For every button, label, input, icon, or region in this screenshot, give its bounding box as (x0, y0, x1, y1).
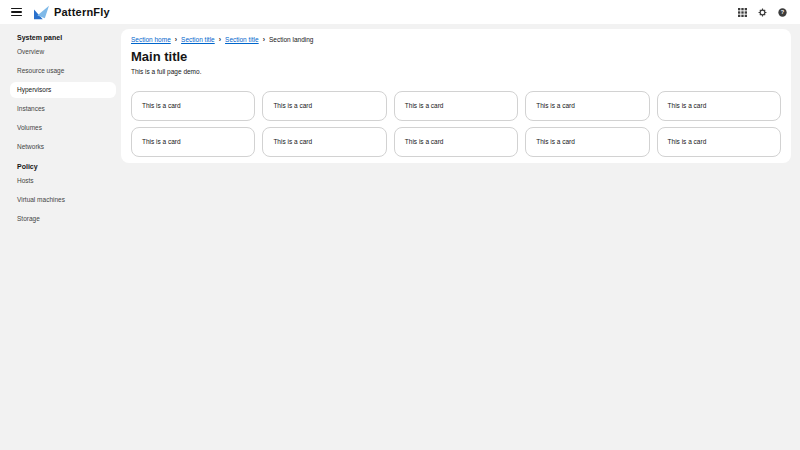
help-question-icon[interactable]: ? (777, 7, 787, 17)
sidebar-item-volumes[interactable]: Volumes (10, 120, 116, 136)
sidebar-item-virtual-machines[interactable]: Virtual machines (10, 192, 116, 208)
brand-name: PatternFly (54, 6, 110, 18)
sidebar-item-overview[interactable]: Overview (10, 44, 116, 60)
masthead-actions: ? (737, 7, 787, 17)
breadcrumb-link-section-home[interactable]: Section home (131, 36, 171, 43)
breadcrumb-current-page: Section landing (269, 36, 313, 43)
sidebar-item-hosts[interactable]: Hosts (10, 173, 116, 189)
card: This is a card (525, 91, 649, 121)
breadcrumb: Section home › Section title › Section t… (131, 36, 781, 43)
settings-gear-icon[interactable] (757, 7, 767, 17)
page-subtitle: This is a full page demo. (131, 68, 781, 75)
sidebar-navigation: System panel Overview Resource usage Hyp… (0, 24, 121, 450)
main-content-panel: Section home › Section title › Section t… (121, 29, 791, 163)
brand-logo[interactable]: PatternFly (33, 5, 110, 20)
sidebar-item-storage[interactable]: Storage (10, 211, 116, 227)
sidebar-item-resource-usage[interactable]: Resource usage (10, 63, 116, 79)
breadcrumb-separator-icon: › (219, 36, 221, 43)
app-launcher-grid-icon[interactable] (737, 7, 747, 17)
card: This is a card (525, 127, 649, 157)
breadcrumb-link-section-title-2[interactable]: Section title (225, 36, 259, 43)
page-title: Main title (131, 50, 781, 64)
card: This is a card (131, 127, 255, 157)
svg-text:?: ? (780, 9, 784, 15)
card: This is a card (657, 127, 781, 157)
sidebar-item-networks[interactable]: Networks (10, 139, 116, 155)
card: This is a card (262, 127, 386, 157)
card: This is a card (262, 91, 386, 121)
card: This is a card (394, 127, 518, 157)
card: This is a card (394, 91, 518, 121)
patternfly-demo-page: { "masthead": { "brand": "PatternFly", "… (0, 0, 800, 450)
card: This is a card (657, 91, 781, 121)
breadcrumb-separator-icon: › (263, 36, 265, 43)
breadcrumb-separator-icon: › (175, 36, 177, 43)
nav-group-policy: Policy (17, 163, 121, 170)
sidebar-item-instances[interactable]: Instances (10, 101, 116, 117)
hamburger-menu-icon[interactable] (10, 5, 24, 19)
sidebar-item-hypervisors[interactable]: Hypervisors (10, 82, 116, 98)
card: This is a card (131, 91, 255, 121)
card-gallery: This is a card This is a card This is a … (131, 91, 781, 157)
patternfly-logo-icon (33, 5, 50, 20)
masthead: PatternFly ? (0, 0, 800, 24)
nav-group-system-panel: System panel (17, 34, 121, 41)
breadcrumb-link-section-title-1[interactable]: Section title (181, 36, 215, 43)
